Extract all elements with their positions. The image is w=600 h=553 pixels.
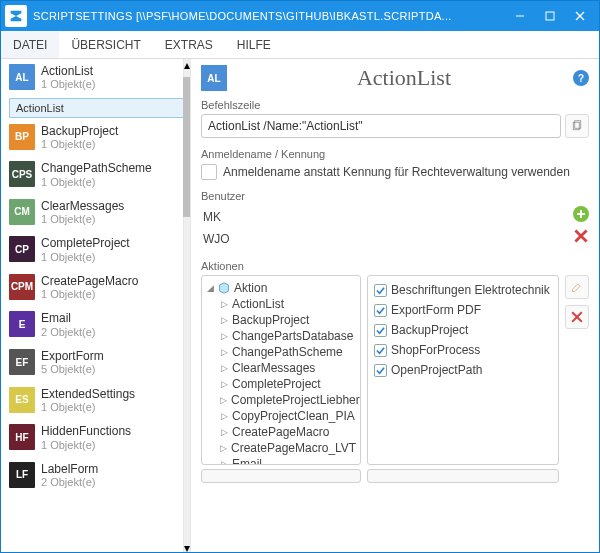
scroll-thumb[interactable] xyxy=(183,77,190,217)
sidebar-item-name: ActionList xyxy=(41,64,95,78)
sidebar-item[interactable]: CPCompleteProject1 Objekt(e) xyxy=(1,231,190,269)
expand-icon[interactable]: ▷ xyxy=(220,411,228,421)
tree-item[interactable]: ▷BackupProject xyxy=(206,312,356,328)
action-checkbox[interactable] xyxy=(374,304,387,317)
scrollbar[interactable]: ▴ ▾ xyxy=(183,59,190,553)
sidebar-item-count: 1 Objekt(e) xyxy=(41,288,138,301)
minimize-button[interactable] xyxy=(505,1,535,31)
page-title: ActionList xyxy=(235,65,573,91)
selected-action-label: ExportForm PDF xyxy=(391,303,481,317)
sidebar-badge: CP xyxy=(9,236,35,262)
sidebar-item[interactable]: EEmail2 Objekt(e) xyxy=(1,306,190,344)
benutzer-row[interactable]: WJO xyxy=(201,228,563,250)
expand-icon[interactable]: ▷ xyxy=(220,459,228,465)
menu-extras[interactable]: EXTRAS xyxy=(153,31,225,58)
sidebar-badge: EF xyxy=(9,349,35,375)
anmelde-checkbox-label: Anmeldename anstatt Kennung für Rechteve… xyxy=(223,165,570,179)
tree-item[interactable]: ▷CopyProjectClean_PIA xyxy=(206,408,356,424)
sidebar-item[interactable]: LFLabelForm2 Objekt(e) xyxy=(1,457,190,495)
aktionen-selected-list[interactable]: Beschriftungen ElektrotechnikExportForm … xyxy=(367,275,559,465)
remove-user-button[interactable] xyxy=(573,228,589,244)
copy-button[interactable] xyxy=(565,114,589,138)
tree-item-label: BackupProject xyxy=(232,313,309,327)
expand-icon[interactable]: ▷ xyxy=(220,347,228,357)
tree-item-label: ChangePathScheme xyxy=(232,345,343,359)
expand-icon[interactable]: ▷ xyxy=(220,427,228,437)
menu-hilfe[interactable]: HILFE xyxy=(225,31,283,58)
sidebar-item-name: BackupProject xyxy=(41,124,118,138)
tree-root[interactable]: ◢Aktion xyxy=(206,280,356,296)
expand-icon[interactable]: ▷ xyxy=(220,379,228,389)
tree-item[interactable]: ▷CreatePageMacro_LVT xyxy=(206,440,356,456)
selected-action-item[interactable]: ExportForm PDF xyxy=(372,300,554,320)
action-checkbox[interactable] xyxy=(374,364,387,377)
sidebar-item[interactable]: EFExportForm5 Objekt(e) xyxy=(1,344,190,382)
tree-item[interactable]: ▷ClearMessages xyxy=(206,360,356,376)
delete-action-button[interactable] xyxy=(565,305,589,329)
expand-icon[interactable]: ▷ xyxy=(220,331,228,341)
befehlszeile-label: Befehlszeile xyxy=(201,99,589,111)
close-button[interactable] xyxy=(565,1,595,31)
selected-action-item[interactable]: BackupProject xyxy=(372,320,554,340)
action-checkbox[interactable] xyxy=(374,284,387,297)
scroll-down-icon[interactable]: ▾ xyxy=(183,542,190,553)
sidebar-item-name: ExportForm xyxy=(41,349,104,363)
tree-item[interactable]: ▷CompleteProjectLiebherr xyxy=(206,392,356,408)
menu-uebersicht[interactable]: ÜBERSICHT xyxy=(59,31,152,58)
sidebar-badge: CPS xyxy=(9,161,35,187)
tree-item[interactable]: ▷ChangePathScheme xyxy=(206,344,356,360)
check-icon xyxy=(376,326,385,335)
sidebar-subitem-selected[interactable]: ActionList xyxy=(9,98,184,118)
tree-item-label: ActionList xyxy=(232,297,284,311)
anmelde-checkbox[interactable] xyxy=(201,164,217,180)
sidebar-item[interactable]: HFHiddenFunctions1 Objekt(e) xyxy=(1,419,190,457)
selected-action-item[interactable]: Beschriftungen Elektrotechnik xyxy=(372,280,554,300)
aktionen-label: Aktionen xyxy=(201,260,589,272)
sidebar-item-name: CreatePageMacro xyxy=(41,274,138,288)
sidebar-item[interactable]: BPBackupProject1 Objekt(e) xyxy=(1,119,190,157)
sidebar-item[interactable]: ESExtendedSettings1 Objekt(e) xyxy=(1,382,190,420)
expand-icon[interactable]: ▷ xyxy=(220,395,227,405)
tree-item[interactable]: ▷CompleteProject xyxy=(206,376,356,392)
plus-icon xyxy=(576,209,586,219)
check-icon xyxy=(376,346,385,355)
sidebar-item[interactable]: ALActionList1 Objekt(e) xyxy=(1,59,190,97)
tree-item-label: CopyProjectClean_PIA xyxy=(232,409,355,423)
add-user-button[interactable] xyxy=(573,206,589,222)
collapse-icon[interactable]: ◢ xyxy=(206,283,214,293)
tree-item[interactable]: ▷CreatePageMacro xyxy=(206,424,356,440)
tree-item[interactable]: ▷ChangePartsDatabase xyxy=(206,328,356,344)
copy-icon xyxy=(571,120,583,132)
selected-action-item[interactable]: OpenProjectPath xyxy=(372,360,554,380)
window-title: SCRIPTSETTINGS [\\PSF\HOME\DOCUMENTS\GIT… xyxy=(33,10,505,22)
expand-icon[interactable]: ▷ xyxy=(220,315,228,325)
action-checkbox[interactable] xyxy=(374,344,387,357)
edit-action-button[interactable] xyxy=(565,275,589,299)
scroll-up-icon[interactable]: ▴ xyxy=(183,59,190,71)
expand-icon[interactable]: ▷ xyxy=(220,443,227,453)
benutzer-row[interactable]: MK xyxy=(201,206,563,228)
tree-item-label: CompleteProject xyxy=(232,377,321,391)
menu-datei[interactable]: DATEI xyxy=(1,31,59,58)
sidebar-item-count: 1 Objekt(e) xyxy=(41,439,131,452)
help-icon[interactable]: ? xyxy=(573,70,589,86)
tree-item[interactable]: ▷ActionList xyxy=(206,296,356,312)
expand-icon[interactable]: ▷ xyxy=(220,363,228,373)
befehlszeile-input[interactable] xyxy=(201,114,561,138)
expand-icon[interactable]: ▷ xyxy=(220,299,228,309)
maximize-button[interactable] xyxy=(535,1,565,31)
sidebar-badge: CM xyxy=(9,199,35,225)
selected-action-label: OpenProjectPath xyxy=(391,363,482,377)
sidebar-badge: ES xyxy=(9,387,35,413)
sidebar-item[interactable]: CPSChangePathScheme1 Objekt(e) xyxy=(1,156,190,194)
x-icon xyxy=(571,311,583,323)
sidebar-item[interactable]: CMClearMessages1 Objekt(e) xyxy=(1,194,190,232)
x-icon xyxy=(574,229,588,243)
selected-action-item[interactable]: ShopForProcess xyxy=(372,340,554,360)
sidebar-item-count: 1 Objekt(e) xyxy=(41,138,118,151)
aktionen-tree[interactable]: ◢Aktion▷ActionList▷BackupProject▷ChangeP… xyxy=(201,275,361,465)
sidebar-item[interactable]: CPMCreatePageMacro1 Objekt(e) xyxy=(1,269,190,307)
action-checkbox[interactable] xyxy=(374,324,387,337)
benutzer-list: MK WJO xyxy=(201,206,563,250)
tree-item[interactable]: ▷Email xyxy=(206,456,356,465)
